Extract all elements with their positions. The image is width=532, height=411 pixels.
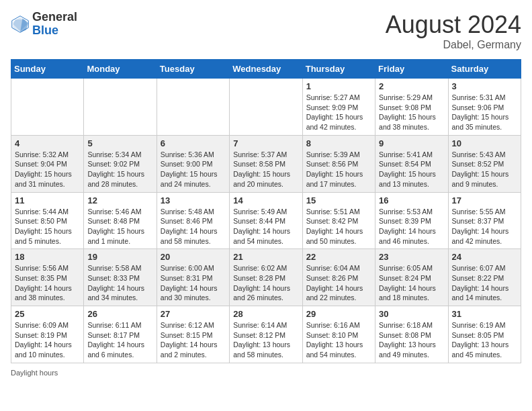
day-info: Sunrise: 6:19 AM Sunset: 8:05 PM Dayligh…	[452, 320, 517, 360]
day-number: 11	[15, 195, 80, 205]
calendar-day-cell	[84, 79, 157, 136]
day-number: 15	[306, 195, 371, 205]
day-info: Sunrise: 6:12 AM Sunset: 8:15 PM Dayligh…	[161, 320, 226, 360]
calendar-day-cell: 27Sunrise: 6:12 AM Sunset: 8:15 PM Dayli…	[157, 306, 229, 363]
calendar-day-cell	[11, 79, 84, 136]
day-info: Sunrise: 5:46 AM Sunset: 8:48 PM Dayligh…	[87, 207, 152, 246]
day-info: Sunrise: 6:07 AM Sunset: 8:22 PM Dayligh…	[452, 263, 517, 303]
day-info: Sunrise: 6:09 AM Sunset: 8:19 PM Dayligh…	[15, 320, 80, 360]
calendar-day-cell: 14Sunrise: 5:49 AM Sunset: 8:44 PM Dayli…	[230, 192, 302, 249]
calendar-day-cell: 1Sunrise: 5:27 AM Sunset: 9:09 PM Daylig…	[302, 79, 375, 136]
day-info: Sunrise: 5:39 AM Sunset: 8:56 PM Dayligh…	[306, 150, 371, 189]
calendar-day-cell	[157, 79, 229, 136]
calendar-week-row: 25Sunrise: 6:09 AM Sunset: 8:19 PM Dayli…	[11, 306, 521, 363]
day-info: Sunrise: 5:37 AM Sunset: 8:58 PM Dayligh…	[233, 150, 298, 189]
day-info: Sunrise: 6:00 AM Sunset: 8:31 PM Dayligh…	[161, 263, 226, 303]
calendar-week-row: 18Sunrise: 5:56 AM Sunset: 8:35 PM Dayli…	[11, 249, 521, 306]
day-number: 8	[306, 138, 371, 148]
calendar-day-cell: 20Sunrise: 6:00 AM Sunset: 8:31 PM Dayli…	[157, 249, 229, 306]
day-info: Sunrise: 6:16 AM Sunset: 8:10 PM Dayligh…	[306, 320, 371, 360]
day-number: 28	[233, 309, 298, 319]
calendar-week-row: 4Sunrise: 5:32 AM Sunset: 9:04 PM Daylig…	[11, 135, 521, 192]
day-info: Sunrise: 6:02 AM Sunset: 8:28 PM Dayligh…	[233, 263, 298, 303]
page-header: General Blue August 2024 Dabel, Germany	[11, 11, 521, 51]
day-number: 24	[452, 252, 517, 262]
calendar-day-cell: 17Sunrise: 5:55 AM Sunset: 8:37 PM Dayli…	[448, 192, 521, 249]
calendar-day-cell: 5Sunrise: 5:34 AM Sunset: 9:02 PM Daylig…	[84, 135, 157, 192]
calendar-weekday-header: Wednesday	[230, 60, 302, 79]
day-info: Sunrise: 6:11 AM Sunset: 8:17 PM Dayligh…	[87, 320, 152, 360]
footer: Daylight hours	[11, 369, 521, 377]
day-number: 21	[233, 252, 298, 262]
calendar-weekday-header: Thursday	[302, 60, 375, 79]
calendar-day-cell: 2Sunrise: 5:29 AM Sunset: 9:08 PM Daylig…	[375, 79, 448, 136]
day-info: Sunrise: 5:58 AM Sunset: 8:33 PM Dayligh…	[87, 263, 152, 303]
logo-text: General Blue	[32, 11, 77, 38]
day-number: 16	[379, 195, 444, 205]
day-number: 2	[379, 81, 444, 91]
day-info: Sunrise: 5:41 AM Sunset: 8:54 PM Dayligh…	[379, 150, 444, 189]
calendar-day-cell: 16Sunrise: 5:53 AM Sunset: 8:39 PM Dayli…	[375, 192, 448, 249]
month-title: August 2024	[386, 11, 521, 39]
calendar-day-cell: 24Sunrise: 6:07 AM Sunset: 8:22 PM Dayli…	[448, 249, 521, 306]
calendar-table: SundayMondayTuesdayWednesdayThursdayFrid…	[11, 59, 521, 363]
day-number: 6	[161, 138, 226, 148]
calendar-week-row: 11Sunrise: 5:44 AM Sunset: 8:50 PM Dayli…	[11, 192, 521, 249]
day-number: 29	[306, 309, 371, 319]
daylight-label: Daylight hours	[11, 369, 58, 377]
day-info: Sunrise: 5:44 AM Sunset: 8:50 PM Dayligh…	[15, 207, 80, 246]
calendar-day-cell: 4Sunrise: 5:32 AM Sunset: 9:04 PM Daylig…	[11, 135, 84, 192]
logo: General Blue	[11, 11, 77, 38]
calendar-day-cell: 6Sunrise: 5:36 AM Sunset: 9:00 PM Daylig…	[157, 135, 229, 192]
day-info: Sunrise: 5:29 AM Sunset: 9:08 PM Dayligh…	[379, 93, 444, 132]
day-info: Sunrise: 5:53 AM Sunset: 8:39 PM Dayligh…	[379, 207, 444, 246]
calendar-day-cell: 15Sunrise: 5:51 AM Sunset: 8:42 PM Dayli…	[302, 192, 375, 249]
day-info: Sunrise: 5:56 AM Sunset: 8:35 PM Dayligh…	[15, 263, 80, 303]
calendar-day-cell: 22Sunrise: 6:04 AM Sunset: 8:26 PM Dayli…	[302, 249, 375, 306]
day-info: Sunrise: 5:43 AM Sunset: 8:52 PM Dayligh…	[452, 150, 517, 189]
day-number: 26	[87, 309, 152, 319]
day-info: Sunrise: 5:51 AM Sunset: 8:42 PM Dayligh…	[306, 207, 371, 246]
day-info: Sunrise: 5:34 AM Sunset: 9:02 PM Dayligh…	[87, 150, 152, 189]
day-info: Sunrise: 6:05 AM Sunset: 8:24 PM Dayligh…	[379, 263, 444, 303]
day-info: Sunrise: 5:36 AM Sunset: 9:00 PM Dayligh…	[161, 150, 226, 189]
calendar-weekday-header: Saturday	[448, 60, 521, 79]
day-info: Sunrise: 5:55 AM Sunset: 8:37 PM Dayligh…	[452, 207, 517, 246]
calendar-weekday-header: Friday	[375, 60, 448, 79]
day-info: Sunrise: 5:31 AM Sunset: 9:06 PM Dayligh…	[452, 93, 517, 132]
calendar-day-cell: 19Sunrise: 5:58 AM Sunset: 8:33 PM Dayli…	[84, 249, 157, 306]
calendar-day-cell: 29Sunrise: 6:16 AM Sunset: 8:10 PM Dayli…	[302, 306, 375, 363]
day-number: 9	[379, 138, 444, 148]
day-number: 1	[306, 81, 371, 91]
calendar-header-row: SundayMondayTuesdayWednesdayThursdayFrid…	[11, 60, 521, 79]
day-number: 17	[452, 195, 517, 205]
calendar-day-cell: 28Sunrise: 6:14 AM Sunset: 8:12 PM Dayli…	[230, 306, 302, 363]
day-number: 31	[452, 309, 517, 319]
calendar-day-cell: 8Sunrise: 5:39 AM Sunset: 8:56 PM Daylig…	[302, 135, 375, 192]
calendar-day-cell: 13Sunrise: 5:48 AM Sunset: 8:46 PM Dayli…	[157, 192, 229, 249]
day-number: 27	[161, 309, 226, 319]
day-number: 5	[87, 138, 152, 148]
day-number: 7	[233, 138, 298, 148]
day-info: Sunrise: 5:32 AM Sunset: 9:04 PM Dayligh…	[15, 150, 80, 189]
day-info: Sunrise: 5:48 AM Sunset: 8:46 PM Dayligh…	[161, 207, 226, 246]
day-number: 20	[161, 252, 226, 262]
calendar-day-cell: 3Sunrise: 5:31 AM Sunset: 9:06 PM Daylig…	[448, 79, 521, 136]
day-number: 18	[15, 252, 80, 262]
day-number: 14	[233, 195, 298, 205]
calendar-day-cell: 18Sunrise: 5:56 AM Sunset: 8:35 PM Dayli…	[11, 249, 84, 306]
calendar-day-cell: 31Sunrise: 6:19 AM Sunset: 8:05 PM Dayli…	[448, 306, 521, 363]
day-number: 30	[379, 309, 444, 319]
day-info: Sunrise: 6:18 AM Sunset: 8:08 PM Dayligh…	[379, 320, 444, 360]
calendar-day-cell: 12Sunrise: 5:46 AM Sunset: 8:48 PM Dayli…	[84, 192, 157, 249]
day-info: Sunrise: 5:27 AM Sunset: 9:09 PM Dayligh…	[306, 93, 371, 132]
location: Dabel, Germany	[386, 39, 521, 51]
day-number: 13	[161, 195, 226, 205]
calendar-day-cell: 23Sunrise: 6:05 AM Sunset: 8:24 PM Dayli…	[375, 249, 448, 306]
calendar-weekday-header: Sunday	[11, 60, 84, 79]
title-area: August 2024 Dabel, Germany	[386, 11, 521, 51]
day-number: 19	[87, 252, 152, 262]
day-number: 22	[306, 252, 371, 262]
day-number: 25	[15, 309, 80, 319]
day-number: 12	[87, 195, 152, 205]
